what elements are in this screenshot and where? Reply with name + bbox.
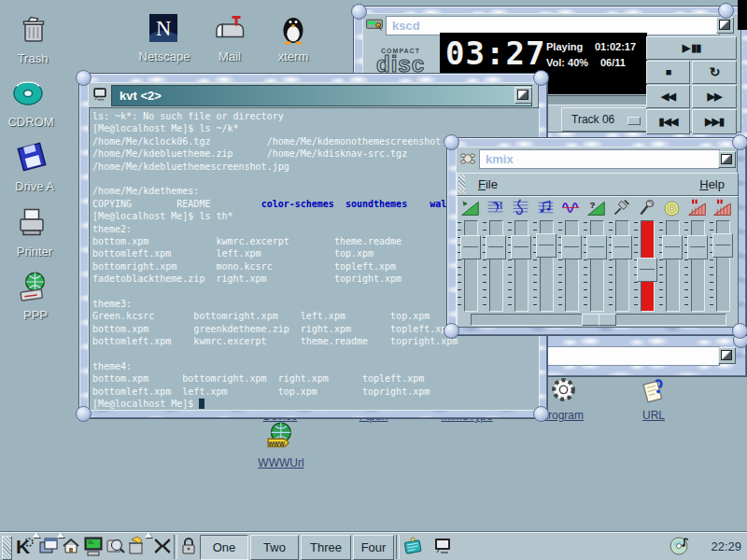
desktop-icon-program[interactable]: Program [548, 374, 579, 405]
desktop-icon-ppp[interactable]: PPP [17, 271, 50, 304]
desktop-icon-label[interactable]: Drive A [15, 179, 54, 193]
desktop-icon-label[interactable]: xterm [278, 49, 309, 63]
panel-hide-handle[interactable] [2, 536, 12, 560]
desktop-icon-label[interactable]: URL [642, 409, 665, 422]
desktop-icon-printer[interactable]: Printer [15, 205, 49, 239]
desktop-icon-label[interactable]: WWWUrl [258, 456, 303, 469]
kmix-window[interactable]: kmix File Help ? [446, 137, 747, 336]
desktop-button-two[interactable]: Two [250, 535, 299, 560]
taskbar-lock-screen-button[interactable] [177, 535, 202, 559]
kmix-channel-icon-rec-1[interactable] [687, 198, 708, 218]
desktop-icon-mail[interactable]: Mail [214, 13, 247, 47]
slider-groove[interactable] [514, 220, 529, 312]
kmix-slider-rec-2[interactable] [710, 220, 734, 312]
kmix-slider-bass[interactable] [483, 220, 507, 312]
taskbar-trash-button[interactable] [125, 535, 149, 559]
slider-handle[interactable] [536, 233, 557, 258]
desktop-icon-label[interactable]: Netscape [139, 49, 190, 63]
kvt-titlebar[interactable]: kvt <2> [111, 85, 532, 106]
slider-handle[interactable] [662, 235, 683, 259]
slider-groove[interactable] [666, 220, 680, 312]
desktop-icon-label[interactable]: Trash [18, 51, 49, 65]
menu-help[interactable]: Help [699, 177, 725, 191]
kmix-titlebar[interactable]: kmix [479, 149, 720, 169]
kmix-slider-line[interactable] [609, 220, 633, 312]
kmix-channel-icon-bass[interactable] [486, 198, 506, 218]
fast-forward-button[interactable]: ▶▶ [692, 85, 737, 108]
slider-groove[interactable] [615, 220, 629, 312]
kmix-channel-icon-synth[interactable] [536, 198, 557, 218]
desktop-icon-label[interactable]: Mail [218, 49, 241, 63]
slider-handle[interactable] [687, 235, 708, 259]
kmix-channel-icon-line[interactable] [612, 198, 632, 218]
taskbar-mini-terminal-button[interactable] [431, 535, 456, 559]
slider-groove[interactable] [590, 220, 604, 312]
kmix-slider-pcm[interactable] [558, 220, 583, 312]
taskbar-window-list-button[interactable] [37, 535, 62, 559]
desktop-icon-xterm[interactable]: xterm [276, 12, 310, 46]
track-dropdown-handle[interactable] [627, 117, 641, 125]
repeat-button[interactable]: ↻ [692, 61, 737, 84]
taskbar-terminal-button[interactable] [82, 535, 106, 559]
kvt-maximize-button[interactable] [514, 87, 532, 104]
desktop-icon-cdrom[interactable]: CDROM [11, 77, 45, 110]
balance-handle[interactable] [599, 314, 616, 326]
desktop-button-three[interactable]: Three [301, 535, 351, 560]
desktop-icon-trash[interactable]: Trash [17, 13, 50, 47]
desktop-icon-netscape[interactable]: NNetscape [147, 11, 180, 45]
taskbar-kscd-tray-button[interactable] [669, 535, 693, 559]
slider-handle[interactable] [486, 235, 506, 259]
kmix-channel-icon-treble[interactable] [511, 198, 531, 218]
kmix-channel-icon-speaker[interactable]: ? [586, 198, 607, 218]
balance-handle[interactable] [582, 314, 599, 326]
rewind-button[interactable]: ◀◀ [646, 85, 690, 108]
taskbar-address-book-button[interactable] [402, 535, 426, 559]
kmix-slider-cd[interactable] [659, 220, 684, 312]
slider-handle[interactable] [561, 235, 582, 259]
taskbar-k-menu-button[interactable]: K [13, 535, 37, 559]
kmix-slider-volume[interactable] [458, 220, 482, 312]
kmix-slider-synth[interactable] [533, 220, 557, 312]
kmix-channel-icon-volume[interactable] [460, 198, 481, 218]
kscd-track-selector[interactable]: Track 06 [561, 107, 647, 132]
shaded-window-maximize-button[interactable] [718, 347, 736, 364]
taskbar-x-utilities-button[interactable] [151, 535, 176, 559]
slider-groove[interactable] [565, 220, 579, 312]
kmix-channel-icon-cd[interactable] [662, 198, 683, 218]
taskbar-home-folder-button[interactable] [60, 535, 84, 559]
kmix-channel-icon-pcm[interactable] [561, 198, 582, 218]
menubar-grip[interactable] [458, 175, 465, 193]
previous-track-button[interactable]: ▮◀◀ [646, 109, 690, 134]
slider-groove[interactable] [489, 220, 503, 312]
slider-handle[interactable] [712, 233, 733, 258]
balance-slider[interactable] [471, 314, 726, 326]
desktop-button-four[interactable]: Four [353, 535, 394, 560]
desktop-button-one[interactable]: One [200, 535, 248, 560]
slider-handle[interactable] [586, 235, 607, 259]
slider-groove[interactable] [464, 220, 478, 312]
slider-handle[interactable] [511, 235, 531, 259]
desktop-icon-url[interactable]: URL [638, 376, 669, 407]
kmix-slider-microphone[interactable] [634, 220, 658, 312]
kmix-maximize-button[interactable] [718, 151, 736, 168]
next-track-button[interactable]: ▶▶▮ [692, 109, 737, 134]
kmix-slider-rec-1[interactable] [684, 220, 709, 312]
stop-button[interactable]: ■ [646, 61, 690, 84]
desktop-icon-wwwurl[interactable]: WWWWWWUrl [264, 421, 295, 452]
kmix-slider-speaker[interactable] [584, 220, 608, 312]
menu-file[interactable]: File [478, 177, 498, 191]
desktop-icon-label[interactable]: CDROM [7, 115, 53, 129]
kscd-maximize-button[interactable] [716, 17, 734, 34]
kmix-slider-treble[interactable] [508, 220, 532, 312]
slider-handle[interactable] [460, 235, 481, 259]
slider-groove[interactable] [691, 220, 705, 312]
desktop-icon-drive-a[interactable]: Drive A [15, 140, 49, 174]
slider-handle[interactable] [637, 258, 657, 282]
shaded-window-titlebar[interactable] [526, 346, 720, 366]
slider-handle[interactable] [612, 235, 632, 259]
kmix-channel-icon-microphone[interactable] [637, 198, 657, 218]
kmix-channel-icon-rec-2[interactable] [712, 198, 733, 218]
desktop-icon-label[interactable]: PPP [23, 308, 48, 322]
play-pause-button[interactable]: ▶ ▮▮ [646, 36, 737, 60]
desktop-icon-label[interactable]: Printer [17, 245, 52, 259]
